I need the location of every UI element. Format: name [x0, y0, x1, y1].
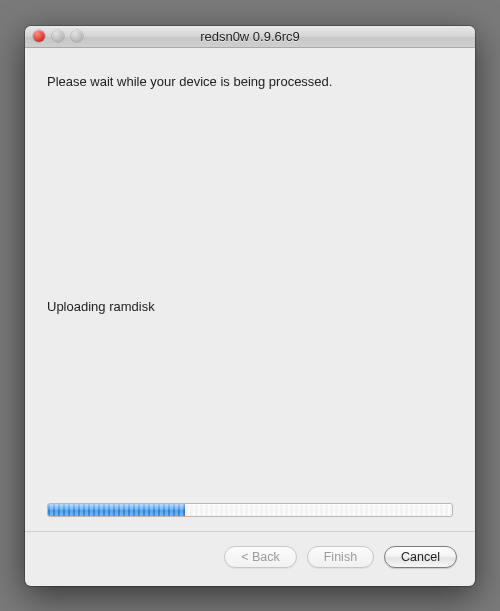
progress-fill: [48, 504, 185, 516]
button-row: < Back Finish Cancel: [25, 531, 475, 586]
traffic-lights: [25, 30, 83, 42]
close-icon[interactable]: [33, 30, 45, 42]
app-window: redsn0w 0.9.6rc9 Please wait while your …: [25, 26, 475, 586]
progress-bar: [47, 503, 453, 517]
finish-button: Finish: [307, 546, 374, 568]
titlebar[interactable]: redsn0w 0.9.6rc9: [25, 26, 475, 48]
cancel-button[interactable]: Cancel: [384, 546, 457, 568]
minimize-icon: [52, 30, 64, 42]
back-button: < Back: [224, 546, 297, 568]
zoom-icon: [71, 30, 83, 42]
content-area: Please wait while your device is being p…: [25, 48, 475, 531]
window-title: redsn0w 0.9.6rc9: [25, 29, 475, 44]
progress-area: [47, 503, 453, 531]
instruction-text: Please wait while your device is being p…: [47, 74, 453, 89]
status-text: Uploading ramdisk: [47, 299, 453, 314]
